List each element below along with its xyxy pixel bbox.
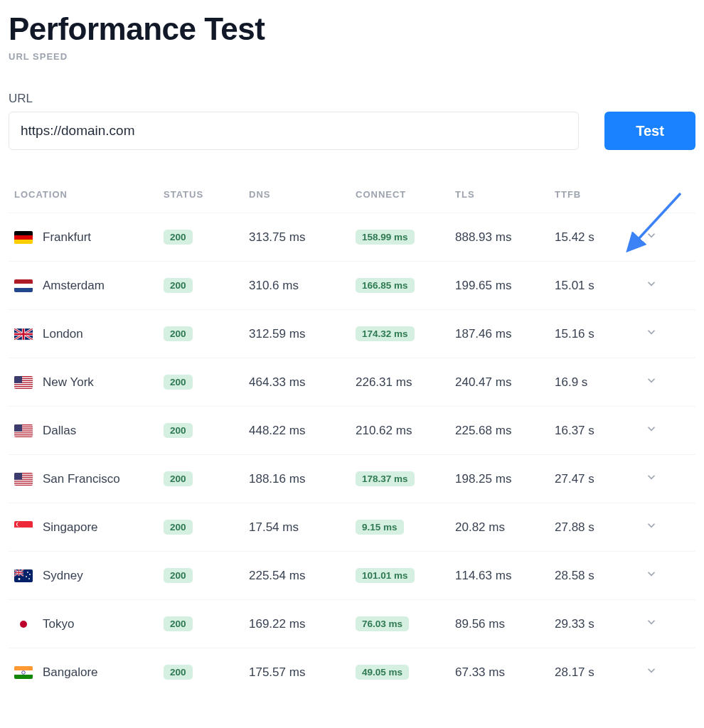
status-badge: 200 xyxy=(164,520,193,535)
svg-rect-4 xyxy=(14,284,33,288)
flag-icon xyxy=(14,328,33,341)
svg-rect-54 xyxy=(14,675,33,679)
location-name: Amsterdam xyxy=(43,279,105,293)
location-name: Frankfurt xyxy=(43,230,91,245)
location-name: Tokyo xyxy=(43,617,74,631)
ttfb-value: 28.17 s xyxy=(555,665,629,680)
svg-rect-25 xyxy=(14,435,33,436)
dns-value: 313.75 ms xyxy=(249,230,356,245)
col-location: LOCATION xyxy=(14,189,164,200)
chevron-down-icon[interactable] xyxy=(645,567,658,580)
tls-value: 67.33 ms xyxy=(455,665,555,680)
flag-icon xyxy=(14,424,33,437)
ttfb-value: 29.33 s xyxy=(555,617,629,631)
flag-icon xyxy=(14,521,33,534)
table-row: Tokyo 200 169.22 ms 76.03 ms 89.56 ms 29… xyxy=(9,599,695,648)
flag-icon xyxy=(14,231,33,244)
status-badge: 200 xyxy=(164,375,193,390)
dns-value: 312.59 ms xyxy=(249,327,356,341)
chevron-down-icon[interactable] xyxy=(645,471,658,483)
col-dns: DNS xyxy=(249,189,356,200)
chevron-down-icon[interactable] xyxy=(645,374,658,387)
location-name: New York xyxy=(43,375,94,390)
status-badge: 200 xyxy=(164,326,193,341)
status-badge: 200 xyxy=(164,423,193,438)
tls-value: 240.47 ms xyxy=(455,375,555,390)
location-name: London xyxy=(43,327,83,341)
table-row: New York 200 464.33 ms 226.31 ms 240.47 … xyxy=(9,358,695,406)
ttfb-value: 15.16 s xyxy=(555,327,629,341)
svg-point-45 xyxy=(27,572,28,573)
page-title: Performance Test xyxy=(9,11,695,47)
connect-value: 101.01 ms xyxy=(356,568,415,583)
test-button[interactable]: Test xyxy=(604,112,695,150)
flag-icon xyxy=(14,666,33,679)
svg-point-46 xyxy=(29,574,31,575)
svg-point-38 xyxy=(17,522,21,526)
connect-value: 226.31 ms xyxy=(356,375,412,389)
connect-value: 174.32 ms xyxy=(356,326,415,341)
svg-rect-1 xyxy=(14,235,33,240)
svg-rect-18 xyxy=(14,376,22,383)
svg-rect-24 xyxy=(14,433,33,434)
status-badge: 200 xyxy=(164,665,193,680)
col-ttfb: TTFB xyxy=(555,189,629,200)
dns-value: 464.33 ms xyxy=(249,375,356,390)
status-badge: 200 xyxy=(164,616,193,631)
dns-value: 188.16 ms xyxy=(249,472,356,486)
location-name: Dallas xyxy=(43,424,76,438)
tls-value: 198.25 ms xyxy=(455,472,555,486)
dns-value: 310.6 ms xyxy=(249,279,356,293)
svg-rect-26 xyxy=(14,424,22,432)
flag-icon xyxy=(14,376,33,389)
ttfb-value: 27.88 s xyxy=(555,520,629,535)
table-row: San Francisco 200 188.16 ms 178.37 ms 19… xyxy=(9,454,695,503)
table-row: Dallas 200 448.22 ms 210.62 ms 225.68 ms… xyxy=(9,406,695,454)
ttfb-value: 28.58 s xyxy=(555,569,629,583)
svg-point-47 xyxy=(26,576,27,577)
col-status: STATUS xyxy=(164,189,249,200)
chevron-down-icon[interactable] xyxy=(645,519,658,532)
chevron-down-icon[interactable] xyxy=(645,229,658,242)
chevron-down-icon[interactable] xyxy=(645,326,658,338)
status-badge: 200 xyxy=(164,230,193,245)
svg-rect-52 xyxy=(14,666,33,670)
tls-value: 187.46 ms xyxy=(455,327,555,341)
col-connect: CONNECT xyxy=(356,189,455,200)
tls-value: 225.68 ms xyxy=(455,424,555,438)
svg-rect-36 xyxy=(14,528,33,534)
results-table: LOCATION STATUS DNS CONNECT TLS TTFB Fra… xyxy=(9,176,695,696)
connect-value: 76.03 ms xyxy=(356,616,409,631)
flag-icon xyxy=(14,473,33,486)
location-name: Singapore xyxy=(43,520,98,535)
location-name: Bangalore xyxy=(43,665,98,680)
location-name: San Francisco xyxy=(43,472,120,486)
status-badge: 200 xyxy=(164,471,193,486)
svg-rect-16 xyxy=(14,385,33,385)
flag-icon xyxy=(14,618,33,631)
svg-point-48 xyxy=(28,578,30,579)
chevron-down-icon[interactable] xyxy=(645,616,658,628)
chevron-down-icon[interactable] xyxy=(645,277,658,290)
table-row: London 200 312.59 ms 174.32 ms 187.46 ms… xyxy=(9,309,695,358)
url-input[interactable] xyxy=(9,112,579,150)
table-row: Bangalore 200 175.57 ms 49.05 ms 67.33 m… xyxy=(9,648,695,696)
dns-value: 175.57 ms xyxy=(249,665,356,680)
page-subtitle: URL SPEED xyxy=(9,51,695,62)
table-row: Singapore 200 17.54 ms 9.15 ms 20.82 ms … xyxy=(9,503,695,551)
chevron-down-icon[interactable] xyxy=(645,664,658,677)
ttfb-value: 27.47 s xyxy=(555,472,629,486)
table-header: LOCATION STATUS DNS CONNECT TLS TTFB xyxy=(9,176,695,213)
svg-rect-3 xyxy=(14,279,33,284)
ttfb-value: 16.9 s xyxy=(555,375,629,390)
dns-value: 17.54 ms xyxy=(249,520,356,535)
svg-point-51 xyxy=(20,621,27,628)
svg-rect-10 xyxy=(14,333,33,335)
ttfb-value: 16.37 s xyxy=(555,424,629,438)
connect-value: 210.62 ms xyxy=(356,424,412,437)
ttfb-value: 15.42 s xyxy=(555,230,629,245)
col-tls: TLS xyxy=(455,189,555,200)
chevron-down-icon[interactable] xyxy=(645,422,658,435)
location-name: Sydney xyxy=(43,569,83,583)
flag-icon xyxy=(14,279,33,292)
